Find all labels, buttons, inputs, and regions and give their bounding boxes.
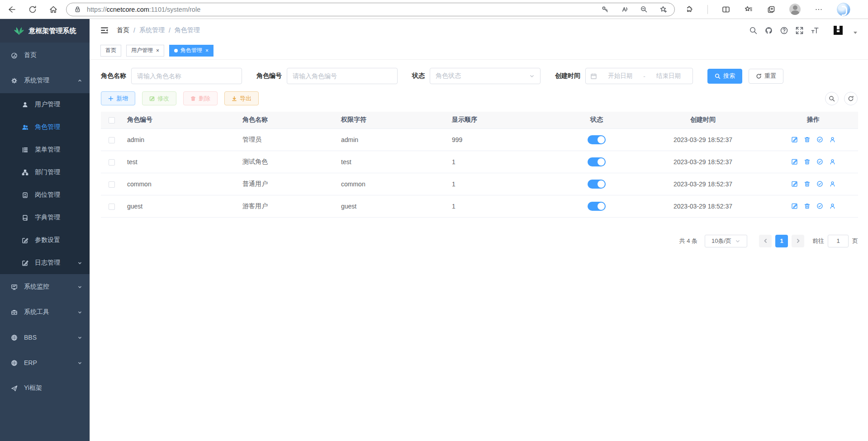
sidebar-item-bbs[interactable]: BBS: [0, 325, 90, 350]
sidebar-item-home[interactable]: 首页: [0, 43, 90, 68]
zoom-out-icon[interactable]: [640, 5, 648, 13]
copilot-icon[interactable]: [837, 3, 850, 16]
tab-user-management[interactable]: 用户管理 ×: [126, 45, 164, 57]
refresh-icon[interactable]: [28, 5, 37, 14]
sidebar-item-menus[interactable]: 菜单管理: [0, 138, 90, 161]
yi-avatar[interactable]: [832, 24, 844, 36]
edit-icon[interactable]: [791, 180, 798, 187]
tab-home[interactable]: 首页: [100, 45, 121, 57]
assign-user-icon[interactable]: [829, 180, 836, 187]
sidebar-item-tools[interactable]: 系统工具: [0, 299, 90, 325]
show-search-button[interactable]: [825, 92, 839, 105]
role-name-input[interactable]: [131, 68, 242, 84]
back-icon[interactable]: [7, 5, 16, 14]
sidebar-item-users[interactable]: 用户管理: [0, 93, 90, 116]
breadcrumb-system: 系统管理: [139, 26, 165, 34]
delete-icon[interactable]: [804, 136, 811, 143]
sidebar-item-monitor[interactable]: 系统监控: [0, 274, 90, 299]
favorite-add-icon[interactable]: [659, 5, 667, 13]
assign-user-icon[interactable]: [829, 158, 836, 165]
sidebar-item-dictionary[interactable]: 字典管理: [0, 206, 90, 229]
status-toggle[interactable]: [588, 157, 606, 166]
font-size-icon[interactable]: [811, 26, 819, 35]
sidebar-item-yi-framework[interactable]: Yi框架: [0, 375, 90, 401]
sidebar-fold-icon[interactable]: [100, 26, 109, 34]
refresh-table-button[interactable]: [844, 92, 858, 105]
page-size-select[interactable]: 10条/页: [705, 235, 747, 247]
search-icon[interactable]: [749, 26, 758, 35]
sidebar-item-system[interactable]: 系统管理: [0, 68, 90, 93]
breadcrumb-home[interactable]: 首页: [117, 26, 129, 34]
sidebar-item-posts[interactable]: 岗位管理: [0, 184, 90, 206]
sidebar-item-parameters[interactable]: 参数设置: [0, 229, 90, 251]
check-circle-icon[interactable]: [816, 203, 823, 209]
delete-icon[interactable]: [804, 158, 811, 165]
row-checkbox[interactable]: [109, 204, 115, 210]
delete-button[interactable]: 删除: [183, 91, 218, 105]
help-icon[interactable]: [780, 26, 788, 35]
assign-user-icon[interactable]: [829, 136, 836, 143]
collections-icon[interactable]: [744, 5, 753, 14]
url-text[interactable]: https://ccnetcore.com:1101/system/role: [87, 6, 601, 13]
edit-button[interactable]: 修改: [142, 91, 176, 105]
role-code-input[interactable]: [287, 68, 398, 84]
select-all-checkbox[interactable]: [109, 117, 115, 123]
extensions-icon[interactable]: [685, 5, 694, 14]
row-checkbox[interactable]: [109, 181, 115, 188]
dictionary-icon: [22, 214, 28, 221]
app-title: 意框架管理系统: [29, 27, 76, 35]
delete-icon[interactable]: [804, 203, 811, 209]
page-jump-input[interactable]: [828, 235, 849, 247]
calendar-icon: [590, 73, 597, 80]
paper-plane-icon: [11, 385, 18, 392]
row-checkbox[interactable]: [109, 159, 115, 166]
check-circle-icon[interactable]: [816, 136, 823, 143]
next-page-button[interactable]: [792, 235, 804, 247]
home-icon[interactable]: [49, 5, 58, 14]
key-icon[interactable]: [601, 5, 609, 13]
more-icon[interactable]: [814, 5, 823, 14]
table-toolbar: 新增 修改 删除 导出: [101, 91, 858, 105]
edit-icon[interactable]: [791, 158, 798, 165]
sidebar-item-logs[interactable]: 日志管理: [0, 251, 90, 274]
edit-icon[interactable]: [791, 203, 798, 209]
check-circle-icon[interactable]: [816, 180, 823, 187]
status-toggle[interactable]: [588, 202, 606, 211]
delete-icon[interactable]: [804, 180, 811, 187]
edit-icon[interactable]: [791, 136, 798, 143]
fullscreen-icon[interactable]: [795, 26, 804, 35]
row-checkbox[interactable]: [109, 137, 115, 143]
status-toggle[interactable]: [588, 180, 606, 189]
sidebar-item-roles[interactable]: 角色管理: [0, 116, 90, 138]
assign-user-icon[interactable]: [829, 203, 836, 209]
status-select[interactable]: 角色状态: [430, 68, 541, 84]
page-number-1[interactable]: 1: [775, 235, 788, 247]
split-screen-icon[interactable]: [721, 5, 730, 14]
tab-role-management[interactable]: 角色管理 ×: [169, 45, 213, 57]
tab-close-icon[interactable]: ×: [205, 48, 209, 53]
org-tree-icon: [22, 169, 28, 176]
read-aloud-icon[interactable]: [621, 5, 628, 13]
col-role-code: 角色编号: [123, 112, 238, 128]
edit-square-icon: [22, 237, 28, 244]
date-range-picker[interactable]: 开始日期 - 结束日期: [585, 68, 693, 84]
export-button[interactable]: 导出: [224, 91, 259, 105]
prev-page-button[interactable]: [759, 235, 772, 247]
caret-down-icon[interactable]: [854, 32, 857, 34]
tab-close-icon[interactable]: ×: [156, 48, 159, 53]
app-logo[interactable]: 意框架管理系统: [0, 19, 90, 43]
tab-copy-icon[interactable]: [767, 5, 776, 14]
profile-avatar[interactable]: [789, 4, 801, 15]
sidebar-item-departments[interactable]: 部门管理: [0, 161, 90, 184]
address-bar[interactable]: https://ccnetcore.com:1101/system/role: [66, 3, 675, 16]
search-icon: [715, 73, 721, 79]
status-toggle[interactable]: [588, 135, 606, 144]
search-button[interactable]: 搜索: [707, 69, 742, 84]
check-circle-icon[interactable]: [816, 158, 823, 165]
github-icon[interactable]: [764, 26, 773, 35]
add-button[interactable]: 新增: [101, 91, 135, 105]
reset-button[interactable]: 重置: [749, 69, 783, 84]
sidebar-item-erp[interactable]: ERP: [0, 350, 90, 375]
users-icon: [22, 124, 28, 131]
search-icon: [829, 95, 835, 102]
